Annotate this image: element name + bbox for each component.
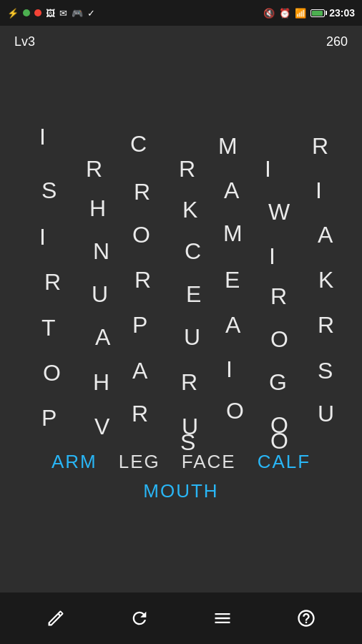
grid-letter[interactable]: T [41,316,56,339]
grid-letter[interactable]: I [226,358,233,381]
grid-letter[interactable]: R [181,371,197,394]
grid-letter[interactable]: A [225,313,240,336]
found-word-leg: LEG [119,451,160,473]
grid-letter[interactable]: G [269,371,287,394]
grid-letter[interactable]: E [186,283,201,306]
grid-letter[interactable]: K [318,268,333,291]
battery-icon [310,9,325,17]
status-time: 23:03 [329,7,355,19]
signal-icon: 📶 [295,8,306,19]
grid-letter[interactable]: K [182,198,197,221]
grid-letter[interactable]: S [41,179,57,202]
grid-letter[interactable]: O [43,361,61,384]
grid-letter[interactable]: R [179,157,195,180]
level-display: Lv3 [14,34,35,49]
grid-letter[interactable]: O [226,399,244,422]
grid-letter[interactable]: I [269,245,275,268]
grid-letter[interactable]: C [185,240,201,263]
grid-letter[interactable]: H [93,371,109,394]
grid-letter[interactable]: R [134,180,150,203]
grid-letter[interactable]: O [270,429,288,452]
grid-letter[interactable]: I [39,225,46,248]
list-icon [212,608,233,628]
found-word-calf: CALF [258,451,310,473]
game-header: Lv3 260 [0,26,362,57]
grid-letter[interactable]: R [318,313,334,336]
eraser-icon [46,608,66,628]
alarm-icon: ⏰ [279,8,290,19]
email-icon: ✉ [59,8,67,19]
grid-letter[interactable]: A [95,326,110,348]
score-display: 260 [326,34,348,49]
found-word-arm: ARM [52,451,97,473]
grid-letter[interactable]: U [184,326,200,348]
refresh-icon [129,608,150,628]
status-right-icons: 🔇 ⏰ 📶 23:03 [263,7,355,19]
game-icon: 🎮 [72,8,83,19]
grid-letter[interactable]: P [132,313,147,336]
grid-letter[interactable]: W [268,200,290,223]
grid-letter[interactable]: M [223,222,243,245]
grid-letter[interactable]: R [312,135,328,157]
grid-letter[interactable]: A [224,179,239,202]
grid-letter[interactable]: R [270,285,287,308]
battery-dot-icon [23,9,30,16]
grid-letter[interactable]: R [86,157,102,180]
grid-letter[interactable]: S [318,359,333,382]
grid-letter[interactable]: H [89,197,106,220]
check-icon: ✓ [87,8,95,19]
list-button[interactable] [205,600,240,636]
usb-icon: ⚡ [7,8,19,19]
image-icon: 🖼 [46,8,55,19]
grid-letter[interactable]: I [265,157,271,180]
eraser-button[interactable] [38,600,74,636]
grid-letter[interactable]: P [41,406,57,429]
grid-letter[interactable]: A [318,223,333,246]
help-button[interactable] [288,600,324,636]
grid-letter[interactable]: N [93,240,109,263]
grid-letter[interactable]: R [134,268,151,291]
grid-letter[interactable]: R [44,270,61,293]
grid-letter[interactable]: C [130,132,147,155]
grid-letter[interactable]: I [39,125,46,148]
grid-letter[interactable]: R [132,402,148,425]
grid-letter[interactable]: V [94,415,109,438]
grid-letter[interactable]: O [132,223,150,246]
mute-icon: 🔇 [263,8,275,19]
grid-letter[interactable]: O [270,328,288,351]
refresh-button[interactable] [122,600,157,636]
word-search-grid[interactable]: IRCRMIRSHRKAWIINOCMIARUREERKTAPUAOROHARI… [0,57,362,444]
grid-letter[interactable]: U [92,283,108,306]
status-left-icons: ⚡ 🖼 ✉ 🎮 ✓ [7,8,95,19]
status-bar: ⚡ 🖼 ✉ 🎮 ✓ 🔇 ⏰ 📶 23:03 [0,0,362,26]
found-word-mouth: MOUTH [143,480,218,502]
help-icon [296,608,316,628]
grid-letter[interactable]: M [218,135,238,157]
grid-letter[interactable]: E [225,268,240,291]
grid-letter[interactable]: I [315,179,322,202]
grid-letter[interactable]: U [318,402,334,425]
notification-dot-icon [34,9,41,16]
bottom-toolbar [0,592,362,644]
grid-letter[interactable]: A [132,359,147,382]
grid-letter[interactable]: S [180,431,195,454]
